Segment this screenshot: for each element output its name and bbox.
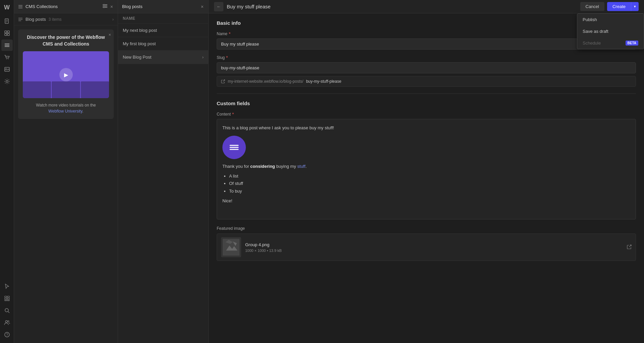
content-list: A list Of stuff To buy <box>222 173 630 195</box>
svg-point-36 <box>105 5 106 6</box>
blog-posts-expand-icon: › <box>112 17 114 22</box>
featured-image-meta: 1000 × 1000 • 13.9 kB <box>245 249 623 253</box>
cms-panel-title: CMS Collections <box>25 4 58 9</box>
promo-play-button[interactable]: ▶ <box>59 68 73 81</box>
settings-icon[interactable] <box>1 76 13 87</box>
blog-posts-row[interactable]: Blog posts 3 items › <box>14 13 118 25</box>
svg-point-35 <box>103 4 104 5</box>
name-field-label: Name * <box>217 31 636 37</box>
blog-panel-title: Blog posts <box>122 4 143 9</box>
svg-rect-22 <box>7 300 9 301</box>
svg-rect-20 <box>7 298 9 299</box>
svg-rect-5 <box>5 31 7 33</box>
cms-icon[interactable] <box>1 40 13 51</box>
content-editor[interactable]: This is a blog post where I ask you to p… <box>217 119 636 219</box>
blog-panel-column-header: Name <box>123 16 135 21</box>
blog-posts-label: Blog posts <box>25 17 46 22</box>
content-bold-text: considering <box>250 164 275 169</box>
help-icon[interactable]: ? <box>1 329 13 340</box>
featured-image-card: Group 4.png 1000 × 1000 • 13.9 kB <box>217 233 636 261</box>
promo-video-grid <box>23 81 109 98</box>
list-item-chevron-icon: › <box>202 55 204 60</box>
svg-rect-17 <box>5 296 7 297</box>
content-list-item: A list <box>229 173 630 180</box>
content-avatar-icon <box>222 136 246 159</box>
content-thank-you-suffix: buying my <box>275 164 297 169</box>
featured-image-section: Featured image Group 4.png 1000 × 1000 •… <box>217 226 636 261</box>
featured-image-external-link-icon[interactable] <box>627 245 632 250</box>
content-stuff-link[interactable]: stuff <box>297 164 305 169</box>
create-dropdown-button[interactable]: ▾ <box>631 2 639 11</box>
blog-posts-row-left: Blog posts 3 items <box>18 17 61 22</box>
grid-view-icon[interactable] <box>1 293 13 304</box>
featured-image-name: Group 4.png <box>245 242 623 247</box>
list-item[interactable]: My first blog post <box>118 37 208 51</box>
slug-input[interactable] <box>217 62 636 73</box>
promo-card: × Discover the power of the Webflow CMS … <box>18 29 114 119</box>
svg-rect-6 <box>7 31 9 33</box>
blog-panel-close-button[interactable]: × <box>200 3 204 10</box>
featured-image-info: Group 4.png 1000 × 1000 • 13.9 kB <box>245 242 623 253</box>
featured-image-label: Featured image <box>217 226 636 231</box>
svg-text:W: W <box>4 4 10 11</box>
cms-panel-header-icons: × <box>102 3 114 10</box>
content-period: . <box>306 164 307 169</box>
svg-point-12 <box>6 59 7 59</box>
chevron-down-icon: ▾ <box>634 4 636 8</box>
main-header-left: ← Buy my stuff please <box>214 2 271 11</box>
svg-point-25 <box>5 321 7 323</box>
publish-option[interactable]: Publish <box>577 14 644 25</box>
svg-rect-18 <box>7 296 9 297</box>
list-item-label: My first blog post <box>123 41 156 46</box>
content-thank-you-prefix: Thank you for <box>222 164 250 169</box>
create-button[interactable]: Create <box>607 2 631 11</box>
cms-panel-close-button[interactable]: × <box>110 3 114 10</box>
featured-image-thumbnail <box>221 237 241 257</box>
schedule-option: Schedule BETA <box>577 37 644 49</box>
svg-text:?: ? <box>6 333 8 337</box>
cancel-button[interactable]: Cancel <box>580 2 604 11</box>
cms-panel-settings-icon[interactable] <box>102 3 108 10</box>
url-suffix: buy-my-stuff-please <box>306 79 341 84</box>
bottom-icons: ? <box>1 281 13 340</box>
cms-panel-title-area: CMS Collections <box>18 4 58 9</box>
search-icon[interactable] <box>1 305 13 316</box>
left-sidebar: W <box>0 0 14 343</box>
cms-panel: CMS Collections × <box>14 0 118 343</box>
ecommerce-icon[interactable] <box>1 52 13 63</box>
pages-icon[interactable] <box>1 15 13 27</box>
promo-video[interactable]: ▶ <box>23 51 109 98</box>
main-header: ← Buy my stuff please Cancel Create ▾ Pu… <box>209 0 644 13</box>
back-button[interactable]: ← <box>214 2 223 11</box>
slug-required-indicator: * <box>226 55 228 60</box>
svg-rect-8 <box>7 33 9 36</box>
components-icon[interactable] <box>1 27 13 39</box>
content-closing: Nice! <box>222 198 630 205</box>
list-item[interactable]: My next blog post <box>118 24 208 37</box>
promo-university-link[interactable]: Webflow University <box>48 109 82 114</box>
svg-point-26 <box>8 321 9 322</box>
back-arrow-icon: ← <box>217 4 221 9</box>
section-divider <box>217 93 636 94</box>
promo-close-button[interactable]: × <box>108 32 111 37</box>
save-as-draft-option[interactable]: Save as draft <box>577 25 644 37</box>
create-button-group: Create ▾ <box>607 2 639 11</box>
main-content: ← Buy my stuff please Cancel Create ▾ Pu… <box>209 0 644 343</box>
beta-badge: BETA <box>626 41 638 46</box>
name-input[interactable] <box>217 39 636 50</box>
panels-container: CMS Collections × <box>14 0 644 343</box>
blog-panel-title-area: Blog posts <box>122 4 143 9</box>
cms-panel-header: CMS Collections × <box>14 0 118 13</box>
basic-info-section-title: Basic info <box>217 20 636 26</box>
blog-panel: Blog posts × Name My next blog post My f… <box>118 0 209 343</box>
select-tool-icon[interactable] <box>1 281 13 292</box>
media-icon[interactable] <box>1 64 13 75</box>
publish-label: Publish <box>583 17 597 22</box>
slug-field-group: Slug * my-internet-website.webflow.io/bl… <box>217 55 636 87</box>
url-preview: my-internet-website.webflow.io/blog-post… <box>217 76 636 87</box>
promo-title: Discover the power of the Webflow CMS an… <box>23 34 109 47</box>
users-icon[interactable] <box>1 317 13 328</box>
create-dropdown-menu: Publish Save as draft Schedule BETA <box>577 13 644 49</box>
list-item-selected[interactable]: New Blog Post › <box>118 51 208 64</box>
svg-point-23 <box>5 308 8 312</box>
